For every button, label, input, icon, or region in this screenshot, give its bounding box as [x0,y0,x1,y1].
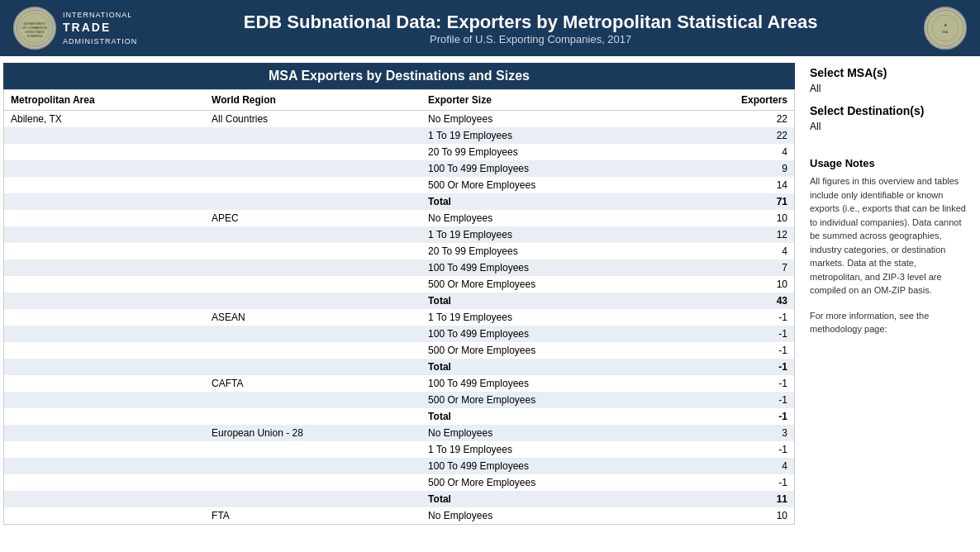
svg-point-6 [927,10,963,46]
cell-metro [4,474,205,491]
table-row: 500 Or More Employees-1 [4,342,794,359]
table-row: 100 To 499 Employees-1 [4,326,794,342]
cell-region [205,243,421,259]
right-seal: ★ SEAL [924,7,967,50]
table-row: 1 To 19 Employees22 [4,127,794,144]
usage-notes-text: All figures in this overview and tables … [810,174,968,297]
cell-exporters: 10 [671,210,794,226]
cell-exporters: 22 [671,127,794,144]
cell-exporters: 4 [671,144,794,160]
cell-size: Total [421,293,671,309]
main-layout: MSA Exporters by Destinations and Sizes … [0,56,980,531]
cell-region: CAFTA [205,375,421,392]
table-section-title: MSA Exporters by Destinations and Sizes [3,63,795,89]
cell-region [205,441,421,458]
main-data-table: Metropolitan Area World Region Exporter … [4,90,794,524]
cell-size: Total [421,491,671,507]
cell-region [205,177,421,193]
cell-exporters: 4 [671,243,794,259]
cell-metro [4,193,205,210]
cell-metro [4,491,205,507]
table-row: Abilene, TXAll CountriesNo Employees22 [4,111,794,128]
dest-value[interactable]: All [810,121,968,132]
cell-size: 500 Or More Employees [421,276,671,293]
col-exporters: Exporters [671,90,794,111]
cell-metro [4,392,205,408]
cell-size: 500 Or More Employees [421,392,671,408]
cell-region [205,144,421,160]
cell-metro [4,507,205,524]
cell-exporters: -1 [671,474,794,491]
cell-region [205,458,421,474]
logo-area: DEPARTMENT OF COMMERCE UNITED STATES OF … [13,7,137,50]
left-content: MSA Exporters by Destinations and Sizes … [0,56,798,531]
cell-size: Total [421,359,671,375]
cell-region [205,359,421,375]
cell-exporters: 11 [671,491,794,507]
cell-size: No Employees [421,507,671,524]
cell-exporters: 10 [671,507,794,524]
cell-size: 100 To 499 Employees [421,326,671,342]
cell-exporters: 22 [671,111,794,128]
cell-region [205,392,421,408]
cell-exporters: -1 [671,342,794,359]
table-row: 1 To 19 Employees12 [4,226,794,243]
cell-region [205,259,421,276]
table-row: APECNo Employees10 [4,210,794,226]
cell-exporters: 10 [671,276,794,293]
table-row: 500 Or More Employees10 [4,276,794,293]
cell-exporters: -1 [671,375,794,392]
cell-size: 20 To 99 Employees [421,243,671,259]
table-header-row: Metropolitan Area World Region Exporter … [4,90,794,111]
msa-value[interactable]: All [810,83,968,94]
cell-metro [4,243,205,259]
table-row: 500 Or More Employees-1 [4,392,794,408]
table-row: Total-1 [4,408,794,425]
cell-region: FTA [205,507,421,524]
table-row: Total-1 [4,359,794,375]
cell-metro [4,458,205,474]
cell-metro [4,293,205,309]
cell-exporters: 43 [671,293,794,309]
cell-exporters: -1 [671,326,794,342]
cell-size: No Employees [421,210,671,226]
cell-size: 100 To 499 Employees [421,375,671,392]
cell-exporters: -1 [671,392,794,408]
data-table-container[interactable]: Metropolitan Area World Region Exporter … [3,89,795,525]
cell-size: 20 To 99 Employees [421,144,671,160]
cell-region [205,293,421,309]
table-row: European Union - 28No Employees3 [4,425,794,441]
cell-metro [4,359,205,375]
cell-metro [4,226,205,243]
cell-exporters: 14 [671,177,794,193]
cell-size: 500 Or More Employees [421,474,671,491]
table-row: 100 To 499 Employees7 [4,259,794,276]
col-exporter-size: Exporter Size [421,90,671,111]
table-row: CAFTA100 To 499 Employees-1 [4,375,794,392]
cell-region [205,193,421,210]
table-row: 1 To 19 Employees-1 [4,441,794,458]
cell-region: European Union - 28 [205,425,421,441]
table-row: 100 To 499 Employees4 [4,458,794,474]
cell-metro [4,160,205,177]
cell-size: 1 To 19 Employees [421,441,671,458]
table-row: Total43 [4,293,794,309]
cell-metro: Abilene, TX [4,111,205,128]
table-row: Total71 [4,193,794,210]
table-row: 500 Or More Employees-1 [4,474,794,491]
table-row: 20 To 99 Employees4 [4,144,794,160]
svg-text:OF AMERICA: OF AMERICA [27,35,43,38]
col-metro-area: Metropolitan Area [4,90,205,111]
cell-exporters: 9 [671,160,794,177]
cell-size: 100 To 499 Employees [421,259,671,276]
cell-size: 1 To 19 Employees [421,309,671,326]
cell-exporters: 4 [671,458,794,474]
cell-metro [4,441,205,458]
table-row: Total11 [4,491,794,507]
table-row: ASEAN1 To 19 Employees-1 [4,309,794,326]
svg-text:UNITED STATES: UNITED STATES [25,31,44,34]
cell-size: 500 Or More Employees [421,177,671,193]
cell-region [205,226,421,243]
cell-metro [4,342,205,359]
cell-size: 1 To 19 Employees [421,226,671,243]
